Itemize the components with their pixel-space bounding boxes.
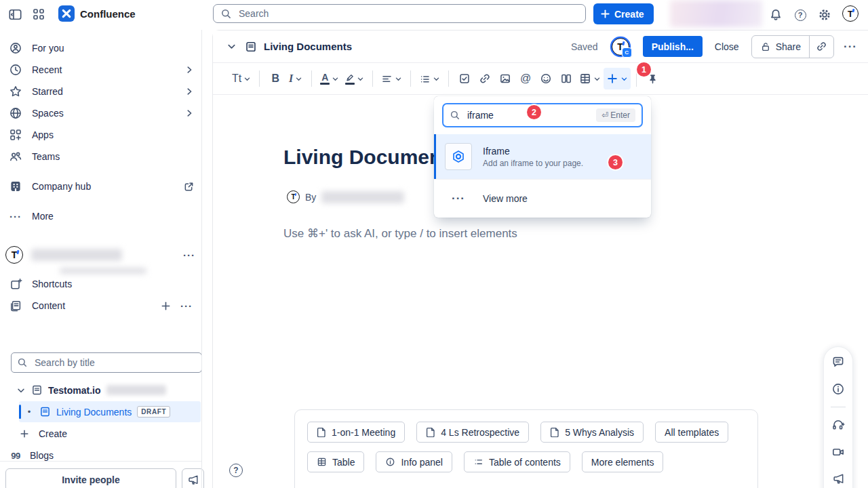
- bold-label: B: [271, 73, 279, 85]
- list-icon: [473, 457, 484, 467]
- menu-item-view-more[interactable]: ··· View more: [434, 179, 651, 218]
- highlighter-icon: [344, 73, 355, 84]
- help-icon: ?: [229, 464, 243, 477]
- mention-button[interactable]: @: [515, 68, 536, 89]
- highlight-color-dropdown[interactable]: [342, 68, 367, 89]
- text-color-dropdown[interactable]: A: [317, 68, 342, 89]
- checkbox-icon: [458, 73, 471, 85]
- breadcrumb-expand-button[interactable]: [226, 41, 237, 52]
- redacted-banner: [670, 0, 762, 27]
- sidebar: For you Recent Starred Spaces: [0, 30, 202, 488]
- insert-info-panel-button[interactable]: Info panel: [376, 451, 452, 472]
- page-more-button[interactable]: ···: [844, 40, 857, 54]
- insert-search[interactable]: ⏎ Enter: [442, 103, 643, 127]
- template-button-1on1[interactable]: 1-on-1 Meeting: [307, 422, 405, 443]
- insert-table-button[interactable]: Table: [307, 451, 364, 472]
- sidebar-item-spaces[interactable]: Spaces: [5, 102, 198, 124]
- top-bar: Confluence Create ?: [0, 0, 868, 30]
- page-doc-icon: [245, 41, 257, 53]
- editor-help-button[interactable]: ?: [229, 464, 243, 477]
- add-content-button[interactable]: [161, 301, 171, 311]
- space-more-button[interactable]: ···: [183, 249, 195, 261]
- sidebar-item-content[interactable]: Content ···: [5, 295, 198, 317]
- global-search[interactable]: [213, 4, 586, 23]
- italic-dropdown[interactable]: I: [285, 68, 306, 89]
- chevron-down-icon[interactable]: [16, 386, 26, 395]
- editor-placeholder[interactable]: Use ⌘+' to ask AI, or type / to insert e…: [283, 226, 517, 241]
- settings-button[interactable]: [816, 7, 833, 23]
- insert-link-button[interactable]: [475, 68, 495, 89]
- template-button-4ls[interactable]: 4 Ls Retrospective: [416, 422, 529, 443]
- bold-button[interactable]: B: [265, 68, 285, 89]
- templates-row-2: Table Info panel Table of contents More …: [307, 451, 757, 472]
- space-header[interactable]: T ···: [5, 243, 198, 266]
- video-button[interactable]: [831, 445, 845, 459]
- emoji-button[interactable]: [536, 68, 556, 89]
- publish-label: Publish...: [652, 41, 694, 52]
- support-button[interactable]: [831, 418, 845, 432]
- sidebar-item-starred[interactable]: Starred: [5, 81, 198, 102]
- sidebar-item-label: Content: [32, 300, 151, 311]
- all-templates-button[interactable]: All templates: [655, 422, 728, 443]
- person-circle-icon: [9, 41, 22, 55]
- highlight-color-bar: [345, 83, 355, 85]
- table-dropdown[interactable]: [576, 68, 604, 89]
- insert-image-button[interactable]: [495, 68, 515, 89]
- tree-item-living-documents[interactable]: • Living Documents DRAFT: [19, 401, 201, 422]
- confluence-logo-icon[interactable]: [58, 5, 75, 22]
- text-style-dropdown[interactable]: Tt: [229, 68, 254, 89]
- tree-create-button[interactable]: Create: [16, 423, 198, 445]
- emoji-icon: [540, 73, 552, 85]
- details-button[interactable]: [831, 382, 845, 396]
- tree-item-space-root[interactable]: Testomat.io: [16, 380, 201, 401]
- invite-people-button[interactable]: Invite people: [5, 468, 176, 488]
- content-search[interactable]: [11, 352, 202, 373]
- more-elements-button[interactable]: More elements: [582, 451, 664, 472]
- selected-indicator: [19, 405, 21, 419]
- plus-icon: [606, 73, 618, 85]
- author-name-redacted: [321, 191, 404, 203]
- app-switcher-button[interactable]: [32, 7, 45, 21]
- collaborator-avatar[interactable]: T C: [612, 38, 629, 56]
- breadcrumb-page-title[interactable]: Living Documents: [264, 41, 352, 52]
- sidebar-item-company-hub[interactable]: Company hub: [5, 176, 198, 197]
- content-more-button[interactable]: ···: [180, 300, 193, 312]
- blogs-quote-icon: 99: [9, 451, 22, 461]
- user-avatar[interactable]: T: [842, 5, 859, 22]
- publish-button[interactable]: Publish...: [643, 36, 703, 57]
- page-icon: [31, 384, 43, 396]
- sidebar-item-blogs[interactable]: 99 Blogs: [5, 445, 198, 466]
- sidebar-item-recent[interactable]: Recent: [5, 59, 198, 81]
- comment-icon: [831, 355, 845, 369]
- search-input[interactable]: [237, 7, 578, 20]
- sidebar-item-shortcuts[interactable]: Shortcuts: [5, 273, 198, 295]
- plus-icon: [600, 9, 610, 19]
- list-dropdown[interactable]: [416, 68, 443, 89]
- create-button[interactable]: Create: [593, 3, 654, 24]
- chevron-right-icon: [184, 108, 194, 118]
- comments-button[interactable]: [831, 355, 845, 369]
- copy-link-button[interactable]: [810, 36, 833, 58]
- collapse-sidebar-button[interactable]: [8, 7, 22, 22]
- align-dropdown[interactable]: [378, 68, 405, 89]
- sidebar-item-teams[interactable]: Teams: [5, 146, 198, 167]
- announcements-button[interactable]: [832, 472, 845, 485]
- sidebar-item-apps[interactable]: Apps: [5, 124, 198, 146]
- notifications-button[interactable]: [768, 7, 784, 23]
- sidebar-item-more[interactable]: ··· More: [5, 205, 198, 227]
- layouts-button[interactable]: [556, 68, 576, 89]
- sidebar-item-for-you[interactable]: For you: [5, 37, 198, 59]
- app-grid-icon: [32, 7, 45, 21]
- toolbar-divider: [372, 70, 373, 87]
- insert-elements-dropdown[interactable]: [604, 68, 631, 89]
- share-button[interactable]: Share: [752, 36, 809, 58]
- close-button[interactable]: Close: [712, 41, 742, 52]
- gear-icon: [818, 8, 831, 22]
- content-search-input[interactable]: [33, 357, 196, 369]
- chevron-right-icon: [184, 65, 194, 75]
- tour-step-1-badge: 1: [637, 62, 651, 77]
- insert-toc-button[interactable]: Table of contents: [464, 451, 570, 472]
- task-list-button[interactable]: [454, 68, 475, 89]
- help-button[interactable]: ?: [792, 7, 808, 23]
- template-button-5whys[interactable]: 5 Whys Analysis: [540, 422, 644, 443]
